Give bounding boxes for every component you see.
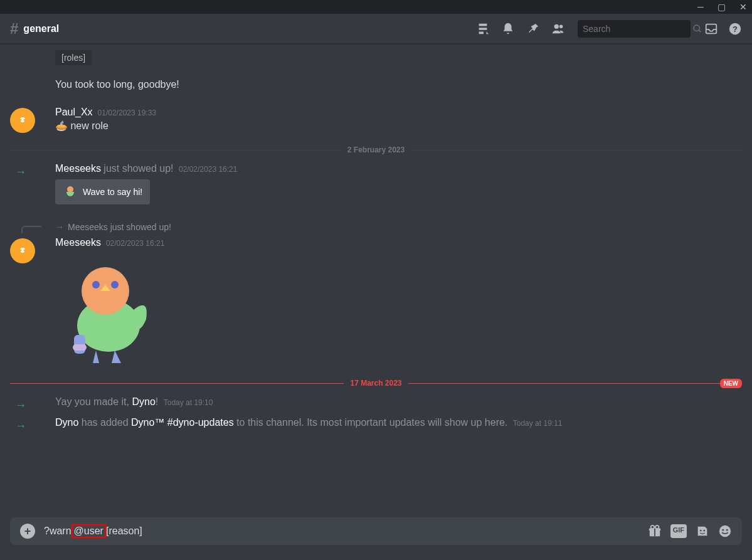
reply-spine [21, 226, 41, 233]
help-icon[interactable]: ? [728, 22, 742, 36]
channel-mention[interactable]: Dyno™ #dyno-updates [131, 417, 234, 428]
message-input[interactable]: ?warn @user [reason] [44, 524, 639, 538]
join-arrow-icon: → [10, 418, 26, 433]
maximize-button[interactable]: ▢ [718, 2, 726, 12]
message: Paul_Xx 01/02/2023 19:33 🥧 new role [10, 104, 742, 133]
wumpus-wave-icon [63, 184, 78, 199]
message-content: You took too long, goodbye! [55, 78, 742, 92]
search-input[interactable] [583, 24, 692, 34]
join-arrow-icon: → [55, 222, 64, 232]
avatar[interactable] [10, 238, 35, 263]
channel-header: # general ? [0, 14, 752, 44]
author-name[interactable]: Meeseeks [55, 163, 101, 174]
svg-point-25 [722, 529, 724, 531]
svg-rect-19 [654, 528, 655, 536]
date-divider: 2 February 2023 [10, 145, 742, 154]
threads-icon[interactable] [476, 22, 490, 36]
join-arrow-icon: → [10, 164, 26, 204]
svg-point-10 [24, 250, 26, 251]
channel-name: general [23, 23, 471, 34]
message: Meeseeks 02/02/2023 16:21 [10, 235, 742, 366]
author-name[interactable]: Dyno [55, 417, 78, 428]
join-message: → Meeseeks just showed up! 02/02/2023 16… [10, 161, 742, 204]
minimize-button[interactable]: ─ [697, 2, 704, 12]
svg-rect-16 [73, 344, 87, 351]
timestamp: 02/02/2023 16:21 [106, 239, 164, 248]
notifications-icon[interactable] [501, 22, 515, 36]
timestamp: Today at 19:10 [164, 398, 213, 407]
svg-point-2 [694, 25, 699, 31]
pinned-icon[interactable] [526, 22, 540, 36]
input-highlight: @user [71, 524, 106, 538]
svg-text:?: ? [733, 24, 738, 33]
titlebar: ─ ▢ ✕ [0, 0, 752, 14]
avatar[interactable] [10, 108, 35, 133]
join-message: → Yay you made it, Dyno! Today at 19:10 [10, 394, 742, 412]
timestamp: 01/02/2023 19:33 [98, 108, 156, 117]
pie-emoji: 🥧 [55, 120, 68, 131]
svg-point-1 [559, 24, 563, 28]
wave-button[interactable]: Wave to say hi! [55, 179, 150, 204]
date-divider-new: 17 March 2023 NEW [10, 379, 742, 388]
author-name[interactable]: Meeseeks [55, 237, 101, 248]
svg-point-20 [650, 526, 654, 529]
message-input-area: + ?warn @user [reason] GIF [10, 517, 742, 545]
svg-point-13 [92, 281, 100, 288]
join-arrow-icon: → [10, 398, 26, 412]
timestamp: 02/02/2023 16:21 [179, 165, 237, 174]
svg-point-26 [726, 529, 728, 531]
svg-point-7 [24, 119, 26, 121]
svg-point-0 [554, 24, 559, 28]
members-icon[interactable] [551, 22, 565, 36]
wumpus-sticker [55, 253, 156, 366]
message-content: 🥧 new role [55, 119, 742, 133]
new-pill: NEW [720, 379, 742, 388]
svg-point-24 [719, 526, 731, 537]
sticker-icon[interactable] [696, 524, 709, 538]
gif-button[interactable]: GIF [670, 524, 687, 538]
hash-icon: # [10, 20, 18, 38]
svg-point-14 [111, 281, 119, 288]
close-button[interactable]: ✕ [739, 2, 747, 12]
svg-point-23 [703, 530, 705, 532]
author-name[interactable]: Paul_Xx [55, 107, 93, 118]
author-name[interactable]: Dyno [132, 396, 155, 407]
svg-point-21 [655, 526, 659, 529]
message-list: [roles] You took too long, goodbye! Paul… [0, 44, 752, 510]
emoji-icon[interactable] [718, 524, 732, 538]
svg-point-22 [700, 530, 702, 532]
svg-point-9 [20, 250, 22, 251]
add-attachment-button[interactable]: + [20, 524, 35, 539]
timestamp: Today at 19:11 [513, 419, 563, 428]
inbox-icon[interactable] [704, 22, 718, 36]
roles-chip: [roles] [55, 50, 92, 65]
system-message: → Dyno has added Dyno™ #dyno-updates to … [10, 415, 742, 433]
svg-point-6 [20, 119, 22, 121]
reply-preview[interactable]: → Meeseeks just showed up! [55, 221, 742, 232]
search-icon [692, 24, 702, 34]
gift-icon[interactable] [648, 524, 662, 538]
search-bar[interactable] [578, 20, 691, 38]
svg-point-8 [67, 186, 73, 193]
